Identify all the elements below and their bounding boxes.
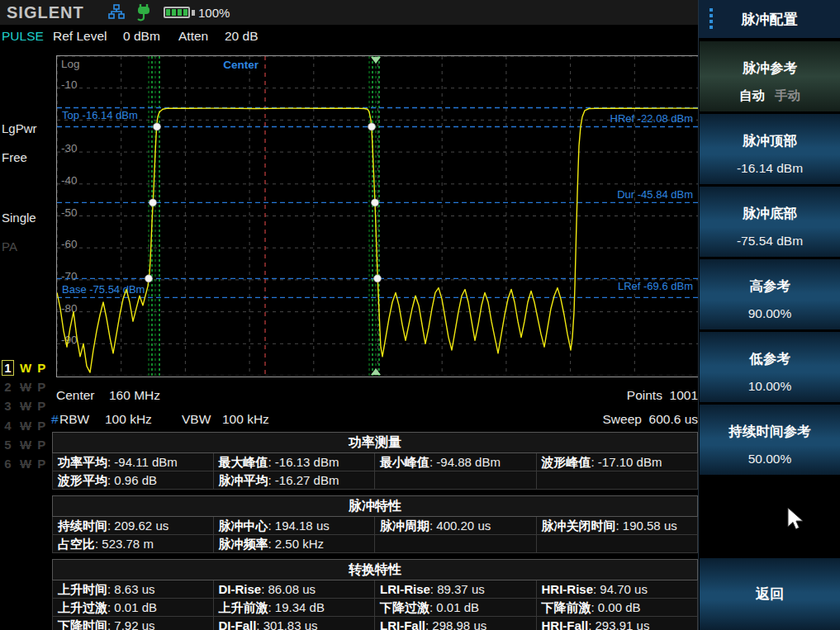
table-row: 功率平均: -94.11 dBm最大峰值: -16.13 dBm最小峰值: -9… (52, 453, 698, 471)
center-freq-value[interactable]: 160 MHz (109, 388, 160, 403)
annunciator-free[interactable]: Free (2, 150, 27, 164)
y-axis-label: -80 (61, 302, 78, 315)
table-section-2: 脉冲特性持续时间: 209.62 us脉冲中心: 194.18 us脉冲周期: … (52, 495, 698, 553)
ref-level-value[interactable]: 0 dBm (123, 29, 160, 44)
crossing-marker (145, 275, 153, 282)
sweep-value: 600.6 us (649, 412, 698, 426)
toggle-option[interactable]: 自动 (739, 88, 765, 102)
trace-number: 1 (2, 360, 14, 376)
menu-button-value: 自动手动 (700, 88, 840, 104)
table-cell: LRI-Rise: 89.37 us (375, 580, 537, 599)
trace-canvas: Log-10-30-40-50-60-70-80-90CenterTop -16… (57, 56, 699, 376)
ref-label-base: Base -75.54 dBm (62, 283, 145, 296)
points-readout[interactable]: Points 1001 (627, 388, 698, 403)
menu-button-title: 脉冲顶部 (700, 131, 840, 149)
points-value: 1001 (670, 388, 698, 402)
mode-badge: PULSE (2, 29, 44, 44)
table-section-1: 功率测量功率平均: -94.11 dBm最大峰值: -16.13 dBm最小峰值… (52, 432, 698, 490)
trace-number: 6 (2, 456, 14, 471)
table-cell: 功率平均: -94.11 dBm (52, 453, 214, 471)
annunciator-single[interactable]: Single (2, 211, 36, 225)
annunciator-pa[interactable]: PA (2, 239, 17, 253)
trace-write-flag: W (20, 380, 31, 394)
crossing-marker (149, 199, 157, 206)
table-section-3: 转换特性上升时间: 8.63 usDI-Rise: 86.08 usLRI-Ri… (52, 559, 698, 630)
table-cell: HRI-Fall: 293.91 us (537, 617, 699, 630)
table-cell: 上升过激: 0.01 dB (52, 599, 214, 617)
sweep-label: Sweep (603, 412, 642, 426)
trace-number: 5 (2, 437, 14, 452)
table-cell: 波形峰值: -17.10 dBm (537, 453, 699, 471)
menu-button-title: 高参考 (700, 277, 840, 295)
vbw-value[interactable]: 100 kHz (222, 412, 269, 427)
menu-header: 脉冲配置 (699, 0, 840, 38)
trace-indicator-1[interactable]: 1WP (2, 360, 45, 377)
menu-button-title: 脉冲底部 (700, 204, 840, 222)
network-lan-icon (108, 4, 125, 24)
back-button-label: 返回 (700, 585, 840, 604)
trace-p-flag: P (37, 380, 45, 394)
trace-indicator-4[interactable]: 4WP (2, 418, 45, 434)
ref-level-label: Ref Level (53, 29, 107, 44)
crossing-marker (372, 199, 379, 206)
trace-number: 4 (2, 418, 14, 433)
ref-label-href: HRef -22.08 dBm (610, 112, 693, 125)
table-row: 占空比: 523.78 m脉冲频率: 2.50 kHz (52, 535, 698, 553)
table-cell: 下降时间: 7.92 us (52, 617, 214, 630)
mouse-cursor (785, 507, 808, 535)
menu-button-4[interactable]: 高参考90.00% (700, 259, 840, 329)
menu-button-2[interactable]: 脉冲顶部-16.14 dBm (700, 114, 840, 184)
trace-indicator-5[interactable]: 5WP (2, 437, 45, 453)
menu-button-5[interactable]: 低参考10.00% (700, 332, 840, 402)
trace-number: 2 (2, 379, 14, 395)
trace-indicator-6[interactable]: 6WP (2, 456, 45, 472)
table-row: 波形平均: 0.96 dB脉冲平均: -16.27 dBm (52, 471, 698, 490)
table-cell: 脉冲中心: 194.18 us (214, 517, 376, 535)
trace-write-flag: W (20, 419, 31, 433)
rbw-value[interactable]: 100 kHz (105, 412, 152, 427)
table-section-title: 脉冲特性 (52, 495, 698, 517)
menu-button-1[interactable]: 脉冲参考自动手动 (700, 41, 840, 111)
pulse-trace-plot[interactable]: Log-10-30-40-50-60-70-80-90CenterTop -16… (56, 55, 700, 377)
y-axis-label: -30 (61, 142, 78, 154)
table-section-title: 功率测量 (52, 432, 698, 453)
atten-label: Atten (178, 29, 208, 44)
trace-indicator-2[interactable]: 2WP (2, 379, 45, 396)
trace-indicator-3[interactable]: 3WP (2, 398, 45, 414)
vbw-label: VBW (182, 412, 211, 427)
table-row: 上升过激: 0.01 dB上升前激: 19.34 dB下降过激: 0.01 dB… (52, 599, 698, 617)
table-cell: 脉冲平均: -16.27 dBm (214, 471, 376, 490)
trace-p-flag: P (37, 361, 45, 375)
annunciator-lgpwr[interactable]: LgPwr (2, 121, 37, 135)
atten-value[interactable]: 20 dB (225, 29, 259, 44)
menu-button-3[interactable]: 脉冲底部-75.54 dBm (700, 187, 840, 257)
rbw-coupled-hash: # (51, 412, 59, 427)
ref-label-lref: LRef -69.6 dBm (618, 280, 693, 292)
table-cell-empty (537, 535, 699, 553)
power-plug-icon (135, 3, 153, 26)
ref-label-top: Top -16.14 dBm (62, 109, 138, 121)
table-cell: 持续时间: 209.62 us (52, 517, 214, 535)
crossing-marker (154, 123, 161, 130)
sweep-readout[interactable]: Sweep 600.6 us (603, 412, 699, 427)
table-row: 下降时间: 7.92 usDI-Fall: 301.83 usLRI-Fall:… (52, 617, 698, 630)
battery-tip (192, 10, 195, 16)
table-cell: 最小峰值: -94.88 dBm (375, 453, 537, 471)
trace-p-flag: P (37, 419, 45, 433)
toggle-option[interactable]: 手动 (775, 88, 800, 102)
battery-icon (164, 7, 190, 18)
trace-p-flag: P (37, 438, 45, 452)
menu-button-6[interactable]: 持续时间参考50.00% (700, 405, 840, 475)
menu-button-value: 10.00% (700, 378, 840, 395)
back-button[interactable]: 返回 (700, 558, 840, 630)
y-axis-label: -10 (61, 78, 78, 91)
y-axis-label: -60 (61, 238, 78, 250)
table-cell: 脉冲周期: 400.20 us (375, 517, 537, 535)
table-cell: 上升时间: 8.63 us (52, 580, 214, 599)
table-cell-empty (537, 471, 699, 490)
menu-button-value: 50.00% (700, 451, 840, 467)
y-axis-label: -50 (61, 206, 78, 219)
table-row: 上升时间: 8.63 usDI-Rise: 86.08 usLRI-Rise: … (52, 580, 698, 599)
trace-p-flag: P (37, 457, 45, 471)
y-axis-label: Log (61, 58, 80, 70)
